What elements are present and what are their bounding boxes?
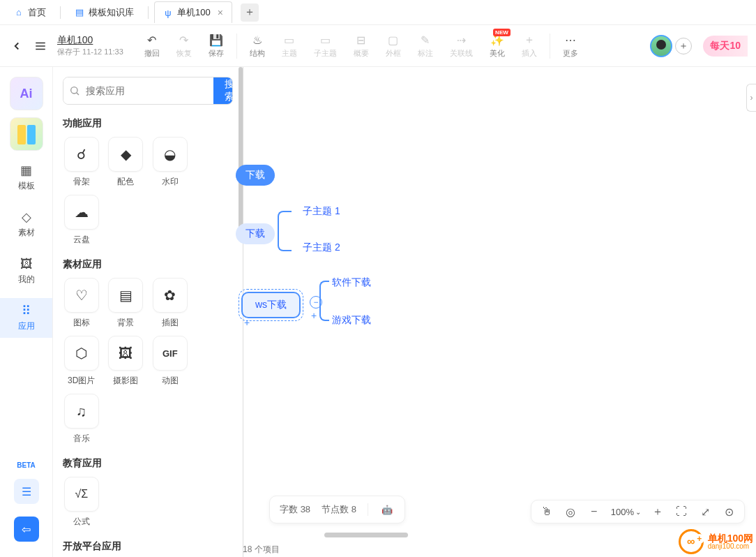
insert-button[interactable]: ＋ 插入 xyxy=(515,30,544,61)
grid-icon: ⠿ xyxy=(20,304,33,318)
cube-icon: ⬡ xyxy=(64,336,99,371)
tile-palette[interactable]: ◆配色 xyxy=(107,137,145,188)
back-button[interactable] xyxy=(8,38,25,54)
template-icon: ▤ xyxy=(75,8,84,17)
frame-button[interactable]: ▢ 外框 xyxy=(379,30,408,61)
connector xyxy=(278,211,292,251)
illustration-icon: ✿ xyxy=(153,278,188,313)
apps-panel: 搜 索 功能应用 ☌骨架 ◆配色 ◒水印 ☁云盘 素材应用 ♡图标 ▤背景 ✿插… xyxy=(53,67,243,557)
structure-icon: ♨ xyxy=(250,33,264,47)
search-input[interactable] xyxy=(63,77,213,104)
save-button[interactable]: 💾 保存 xyxy=(202,30,231,61)
zoom-controls: 🖱 ◎ − 100% ⌄ ＋ ⛶ ⤢ ⊙ xyxy=(531,500,745,523)
rail-templates[interactable]: ▦ 模板 xyxy=(0,158,52,198)
node-root-1[interactable]: 下载 xyxy=(236,165,275,186)
separator xyxy=(368,503,368,516)
beautify-button[interactable]: ✨ NEW 美化 xyxy=(483,30,512,61)
promo-banner[interactable]: 每天10 xyxy=(703,36,748,57)
doc-title-block[interactable]: 单机100 保存于 11-12 11:33 xyxy=(57,34,123,57)
rail-assets[interactable]: ◇ 素材 xyxy=(0,205,52,244)
photo-icon: 🖼 xyxy=(108,336,143,371)
status-bar: 字数 38 节点数 8 🤖 xyxy=(269,496,405,523)
tab-label: 首页 xyxy=(28,6,46,19)
rail-list-button[interactable]: ☰ xyxy=(14,479,39,504)
search-button[interactable]: 搜 索 xyxy=(213,77,233,104)
relation-button[interactable]: ⇢ 关联线 xyxy=(443,30,480,61)
note-button[interactable]: ✎ 标注 xyxy=(411,30,440,61)
zoom-in-button[interactable]: ＋ xyxy=(651,505,665,519)
assets-icon: ◇ xyxy=(20,210,33,224)
doc-saved-at: 保存于 11-12 11:33 xyxy=(57,47,123,57)
search-row: 搜 索 xyxy=(63,77,233,105)
site-watermark: ∞ 单机100网 danji100.com xyxy=(679,529,753,554)
background-icon: ▤ xyxy=(108,278,143,313)
zoom-level[interactable]: 100% ⌄ xyxy=(611,507,641,517)
watermark-logo-icon: ∞ xyxy=(679,529,704,554)
subtopic-button[interactable]: ▭ 子主题 xyxy=(307,30,344,61)
topic-button[interactable]: ▭ 主题 xyxy=(275,30,304,61)
toolbar-separator xyxy=(236,34,237,59)
tile-3d[interactable]: ⬡3D图片 xyxy=(63,336,100,387)
add-sibling-handle[interactable]: + xyxy=(244,317,250,328)
tab-document[interactable]: ψ 单机100 × xyxy=(154,1,232,23)
right-panel-toggle[interactable]: › xyxy=(746,84,756,112)
mindmap-canvas[interactable]: 下载 下载 子主题 1 子主题 2 ws下载 − + + 软件下载 游戏下载 › xyxy=(243,67,756,557)
tile-gif[interactable]: GIF动图 xyxy=(151,336,189,387)
leaf-software[interactable]: 软件下载 xyxy=(332,276,371,289)
tile-icons[interactable]: ♡图标 xyxy=(63,278,100,329)
section-asset: 素材应用 xyxy=(63,258,233,271)
note-icon: ✎ xyxy=(418,33,432,47)
node-root-2[interactable]: 下载 xyxy=(236,223,275,244)
beta-badge: BETA xyxy=(17,461,35,469)
tile-photo[interactable]: 🖼摄影图 xyxy=(107,336,145,387)
undo-button[interactable]: ↶ 撤回 xyxy=(137,30,167,61)
horizontal-scrollbar[interactable] xyxy=(324,533,408,537)
bot-icon[interactable]: 🤖 xyxy=(379,502,395,517)
zoom-out-button[interactable]: − xyxy=(587,505,601,519)
cloud-icon: ☁ xyxy=(64,195,99,230)
mindmap-icon: ψ xyxy=(163,8,173,17)
doc-title: 单机100 xyxy=(57,34,123,47)
fullscreen-icon[interactable]: ⤢ xyxy=(698,505,712,519)
toolbar-separator xyxy=(550,34,550,59)
tile-watermark[interactable]: ◒水印 xyxy=(151,137,189,188)
tile-skeleton[interactable]: ☌骨架 xyxy=(63,137,100,188)
more-button[interactable]: ⋯ 更多 xyxy=(556,30,585,61)
word-count: 字数 38 xyxy=(280,503,310,516)
add-tab-button[interactable]: ＋ xyxy=(241,3,259,22)
rail-apps[interactable]: ⠿ 应用 xyxy=(0,298,52,338)
more-options-icon[interactable]: ⊙ xyxy=(722,505,736,519)
redo-button[interactable]: ↷ 恢复 xyxy=(169,30,199,61)
rail-mine[interactable]: 🖼 我的 xyxy=(0,251,52,291)
avatar[interactable] xyxy=(650,35,672,57)
menu-button[interactable] xyxy=(32,38,49,54)
tab-home[interactable]: ⌂ 首页 xyxy=(6,2,54,23)
section-edu: 教育应用 xyxy=(63,457,233,470)
heart-icon: ♡ xyxy=(64,278,99,313)
target-icon[interactable]: ◎ xyxy=(564,505,577,519)
leaf-subtopic-1[interactable]: 子主题 1 xyxy=(303,205,340,218)
fit-icon[interactable]: ⛶ xyxy=(674,505,688,519)
tile-background[interactable]: ▤背景 xyxy=(107,278,145,329)
summary-button[interactable]: ⊟ 概要 xyxy=(347,30,376,61)
rail-share-button[interactable]: ⇦ xyxy=(14,517,39,542)
add-child-handle[interactable]: + xyxy=(311,310,317,321)
tab-templates[interactable]: ▤ 模板知识库 xyxy=(66,2,142,23)
skeleton-icon: ☌ xyxy=(64,137,99,172)
rail-doc-button[interactable] xyxy=(10,117,43,151)
node-selected[interactable]: ws下载 xyxy=(241,292,301,318)
mouse-mode-icon[interactable]: 🖱 xyxy=(540,505,554,519)
summary-icon: ⊟ xyxy=(354,33,368,47)
tile-illustration[interactable]: ✿插图 xyxy=(151,278,189,329)
subtopic-icon: ▭ xyxy=(318,33,332,47)
add-collaborator-button[interactable]: ＋ xyxy=(675,38,692,54)
tile-cloud[interactable]: ☁云盘 xyxy=(63,195,100,246)
structure-button[interactable]: ♨ 结构 xyxy=(243,30,272,61)
gif-icon: GIF xyxy=(153,336,188,371)
tile-formula[interactable]: √Σ公式 xyxy=(63,477,100,528)
leaf-subtopic-2[interactable]: 子主题 2 xyxy=(303,242,340,254)
close-icon[interactable]: × xyxy=(218,7,223,18)
tile-music[interactable]: ♫音乐 xyxy=(63,394,100,445)
rail-ai-button[interactable]: Ai xyxy=(10,77,43,110)
leaf-game[interactable]: 游戏下载 xyxy=(332,314,371,327)
